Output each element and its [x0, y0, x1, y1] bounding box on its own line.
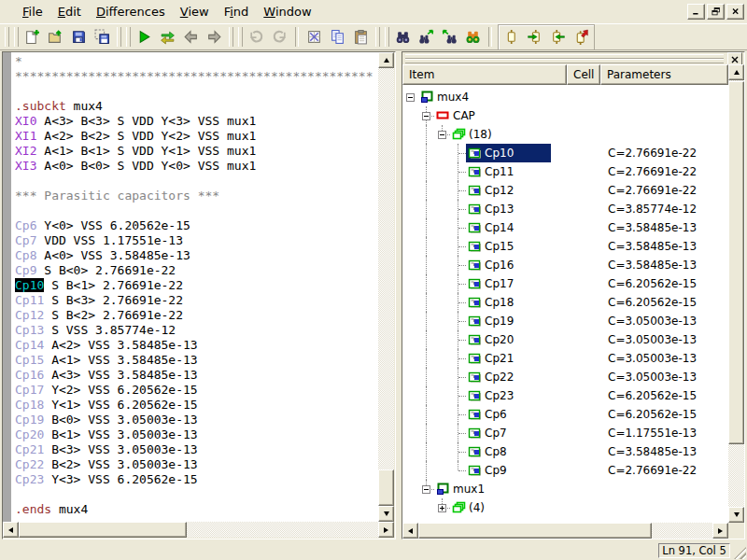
tree-guide [434, 162, 450, 181]
menu-file[interactable]: File [15, 2, 50, 21]
prev-device-button[interactable] [547, 26, 569, 48]
collapse-box[interactable] [438, 131, 446, 139]
diff-options-button[interactable] [303, 26, 325, 48]
tree-item: Cp10 [466, 144, 551, 162]
menu-differences[interactable]: Differences [89, 2, 173, 21]
toolbar-grip[interactable] [117, 27, 121, 47]
forward-button[interactable] [204, 26, 225, 48]
tree-row-cp8[interactable]: Cp8C=3.58485e-13 [402, 442, 728, 461]
menu-window[interactable]: Window [256, 2, 318, 21]
undo-button[interactable] [246, 26, 267, 48]
editor-scroll-left-button[interactable] [3, 522, 19, 538]
tree-hscroll-thumb[interactable] [418, 523, 652, 539]
save-all-button[interactable] [92, 26, 113, 48]
copy-button[interactable] [327, 26, 348, 48]
close-window-button[interactable] [726, 4, 744, 20]
swap-sides-button[interactable] [157, 26, 178, 48]
tree-row-cp7[interactable]: Cp7C=1.17551e-13 [402, 424, 728, 442]
editor-hscroll-thumb[interactable] [19, 522, 187, 538]
code-token: ****************************************… [15, 69, 374, 83]
collapse-box[interactable] [422, 485, 430, 494]
paste-button[interactable] [350, 26, 372, 48]
toolbar-grip[interactable] [126, 27, 131, 47]
back-button[interactable] [180, 26, 202, 48]
redo-button[interactable] [269, 26, 290, 48]
collapse-box[interactable] [422, 112, 430, 120]
tree-row-cp10[interactable]: Cp10C=2.76691e-22 [402, 144, 728, 162]
new-file-button[interactable] [21, 26, 43, 48]
netlist-text-area[interactable]: ****************************************… [11, 52, 378, 522]
toolbar-grip[interactable] [5, 27, 9, 47]
tree-scroll-left-button[interactable] [402, 523, 418, 539]
tree-row-cp14[interactable]: Cp14C=3.58485e-13 [402, 218, 728, 237]
tree-guide [402, 498, 418, 517]
tree-item: Cp14 [466, 218, 514, 237]
find-in-all-button[interactable] [462, 26, 484, 48]
toolbar-grip[interactable] [238, 27, 243, 47]
tree-row-cp13[interactable]: Cp13C=3.85774e-12 [402, 200, 728, 218]
tree-row-18[interactable]: (18) [402, 125, 728, 144]
tree-row-cp20[interactable]: Cp20C=3.05003e-13 [402, 330, 728, 349]
expand-box[interactable] [438, 504, 446, 512]
tree-guide [450, 405, 466, 424]
tree-row-mux4[interactable]: mux4 [402, 88, 728, 106]
column-header-item[interactable]: Item [402, 64, 567, 85]
tree-row-cp17[interactable]: Cp17C=6.20562e-15 [402, 274, 728, 293]
tree-row-cp23[interactable]: Cp23C=6.20562e-15 [402, 386, 728, 405]
tree-row-cp19[interactable]: Cp19C=3.05003e-13 [402, 312, 728, 330]
tree-scroll-down-button[interactable] [728, 507, 744, 523]
tree-vscroll-thumb[interactable] [728, 81, 744, 444]
toolbar-grip[interactable] [375, 27, 380, 47]
tree-row-cp11[interactable]: Cp11C=2.76691e-22 [402, 162, 728, 181]
toolbar-grip[interactable] [385, 27, 389, 47]
tree-row-cp12[interactable]: Cp12C=2.76691e-22 [402, 181, 728, 200]
tree-row-cp21[interactable]: Cp21C=3.05003e-13 [402, 349, 728, 368]
tree-row-4[interactable]: (4) [402, 498, 728, 517]
code-token: Y<0> VSS 6.20562e-15 [36, 218, 190, 232]
cross-probe-device-button[interactable] [571, 26, 592, 48]
editor-scroll-right-button[interactable] [378, 522, 394, 538]
toolbar-grip[interactable] [14, 27, 19, 47]
tree-row-mux1[interactable]: mux1 [402, 480, 728, 498]
tree-row-cp22[interactable]: Cp22C=3.05003e-13 [402, 368, 728, 386]
restore-window-button[interactable] [707, 4, 725, 20]
find-next-button[interactable] [416, 26, 437, 48]
device-view-button[interactable] [500, 26, 522, 48]
tree-guide [434, 386, 450, 405]
tree-scroll-up-button[interactable] [728, 64, 744, 80]
tree-guide [434, 312, 450, 330]
cross-probe-device-icon [573, 29, 589, 45]
tree-row-cp9[interactable]: Cp9C=2.76691e-22 [402, 461, 728, 480]
minimize-window-button[interactable] [687, 4, 705, 20]
editor-scroll-down-button[interactable] [378, 506, 394, 522]
editor-scroll-up-button[interactable] [378, 52, 394, 68]
save-file-button[interactable] [68, 26, 90, 48]
next-device-button[interactable] [524, 26, 545, 48]
device-icon [467, 388, 482, 403]
window-resize-grip[interactable] [734, 547, 746, 559]
column-header-cell[interactable]: Cell [567, 64, 600, 85]
find-button[interactable] [392, 26, 414, 48]
menu-view[interactable]: View [173, 2, 217, 21]
run-comparison-button[interactable] [134, 26, 155, 48]
tree-scroll-right-button[interactable] [712, 523, 728, 539]
find-prev-button[interactable] [439, 26, 460, 48]
editor-vscroll-track[interactable] [378, 52, 394, 522]
toolbar-grip[interactable] [229, 27, 233, 47]
column-header-parameters[interactable]: Parameters [600, 64, 728, 85]
open-file-button[interactable] [45, 26, 66, 48]
code-token: S B<2> 2.76691e-22 [44, 308, 183, 322]
tree-row-cp18[interactable]: Cp18C=6.20562e-15 [402, 293, 728, 312]
code-token: A<0> VSS 3.58485e-13 [36, 248, 190, 262]
menu-find[interactable]: Find [217, 2, 257, 21]
tree-row-cp16[interactable]: Cp16C=3.58485e-13 [402, 256, 728, 274]
menu-edit[interactable]: Edit [50, 2, 89, 21]
tree-row-cp6[interactable]: Cp6C=6.20562e-15 [402, 405, 728, 424]
tree-item: Cp12 [466, 181, 514, 200]
tree-row-cp15[interactable]: Cp15C=3.58485e-13 [402, 237, 728, 256]
tree-guide [418, 349, 434, 368]
editor-vscroll-thumb[interactable] [378, 469, 394, 506]
tree-row-cap[interactable]: CAP [402, 106, 728, 125]
code-token: Cp23 [15, 472, 44, 486]
collapse-box[interactable] [406, 93, 415, 102]
